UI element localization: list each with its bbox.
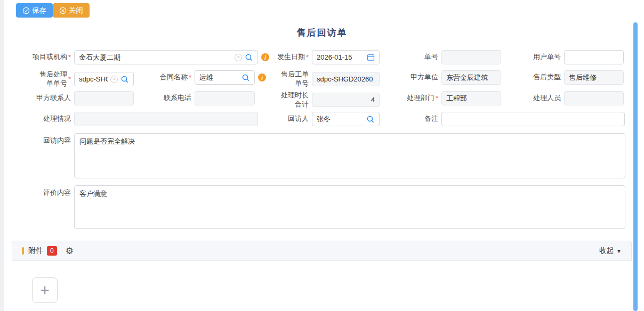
handle-no-input-box: ✕ [74,72,134,86]
work-order-no-input[interactable] [317,72,375,86]
chevron-down-icon: ▼ [616,248,622,254]
check-circle-icon [22,7,30,14]
clear-icon[interactable]: ✕ [235,54,242,61]
doc-no-label: 单号 [424,53,438,62]
field-handle-dept: 处理部门 * [395,91,501,105]
handle-status-input-box [74,112,258,126]
user-doc-no-label: 用户单号 [533,53,561,62]
close-circle-icon [59,7,67,14]
save-button[interactable]: 保存 [16,3,53,18]
search-icon[interactable] [366,115,375,124]
search-icon[interactable] [245,53,253,62]
required-mark: * [436,94,438,102]
collapse-toggle[interactable]: 收起 ▼ [599,246,622,256]
field-contract: 合同名称 * i [149,70,266,85]
duration-total-input[interactable] [317,93,375,107]
attachments-header: 附件 0 ⚙ 收起 ▼ [12,241,632,261]
close-button[interactable]: 关闭 [53,3,90,18]
contact-phone-input-box [195,91,255,105]
field-remark: 备注 [395,112,625,126]
field-occur-date: 发生日期 * [269,50,380,64]
party-a-contact-label: 甲方联系人 [36,94,71,103]
remark-input-box [441,112,625,126]
field-user-doc-no: 用户单号 [517,50,624,64]
handle-no-input[interactable] [79,72,108,86]
search-icon[interactable] [120,75,129,84]
visit-content-label: 回访内容 [43,136,71,145]
user-doc-no-input-box [564,50,624,64]
project-input[interactable] [79,51,232,64]
save-button-label: 保存 [32,6,46,15]
field-work-order-no: 售后工单 单号 [269,70,380,88]
required-mark: * [68,53,71,61]
duration-total-label: 处理时长 合计 [281,91,309,109]
page-title: 售后回访单 [0,27,644,39]
contract-input-box [195,70,255,85]
contract-input[interactable] [199,71,239,84]
field-handle-status: 处理情况 [16,112,258,126]
work-order-no-input-box [312,72,380,86]
duration-total-input-box [312,93,380,107]
field-project: 项目或机构 * ✕ i [16,50,269,64]
aftersales-type-input-box [564,70,624,85]
handle-status-input[interactable] [79,112,253,126]
occur-date-input[interactable] [317,51,364,64]
required-mark: * [189,73,191,81]
project-input-box: ✕ [74,50,258,64]
section-accent-bar [22,247,24,255]
vertical-scrollbar[interactable] [633,22,638,311]
contact-phone-input[interactable] [199,92,250,105]
attachments-count-badge: 0 [47,246,57,255]
calendar-icon[interactable] [367,53,375,61]
field-aftersales-type: 售后类型 [517,70,624,85]
info-icon[interactable]: i [258,73,266,81]
info-icon[interactable]: i [261,53,269,61]
handler-input-box [564,91,624,105]
page-left-gutter [0,0,4,311]
field-handler: 处理人员 [517,91,624,105]
remark-input[interactable] [446,112,620,126]
required-mark: * [306,53,309,61]
field-visitor: 回访人 [269,112,380,126]
collapse-label: 收起 [599,246,614,256]
handle-dept-input-box [441,91,501,105]
contract-label: 合同名称 [160,73,188,82]
handle-dept-label: 处理部门 [407,94,434,103]
handler-label: 处理人员 [533,94,561,103]
party-a-contact-input-box [74,91,134,105]
eval-content-textarea[interactable]: 客户满意 [74,185,625,229]
field-eval-content: 评价内容 客户满意 [16,185,625,229]
handler-input[interactable] [569,92,619,105]
field-party-a-contact: 甲方联系人 [16,91,134,105]
handle-dept-input[interactable] [446,92,496,105]
party-a-contact-input[interactable] [79,92,129,105]
search-icon[interactable] [241,73,250,82]
party-a-unit-input[interactable] [446,71,496,84]
eval-content-label: 评价内容 [43,189,71,198]
field-contact-phone: 联系电话 [149,91,255,105]
visitor-input[interactable] [317,112,364,126]
visit-content-textarea[interactable]: 问题是否完全解决 [74,133,625,178]
project-label: 项目或机构 [33,53,67,62]
aftersales-type-input[interactable] [569,71,619,84]
aftersales-visit-form-page: 保存 关闭 售后回访单 项目或机构 * ✕ i 发生日期 * [0,0,644,311]
handle-no-label: 售后处理 单单号 [39,70,67,88]
party-a-unit-label: 甲方单位 [410,73,438,82]
clear-icon[interactable]: ✕ [110,76,118,83]
occur-date-input-box [312,50,380,64]
user-doc-no-input[interactable] [569,51,619,64]
aftersales-type-label: 售后类型 [533,73,561,82]
add-attachment-button[interactable]: + [32,277,58,303]
doc-no-input[interactable] [446,51,496,64]
attachments-title: 附件 [28,246,43,256]
close-button-label: 关闭 [69,6,83,15]
party-a-unit-input-box [441,70,501,85]
field-party-a-unit: 甲方单位 [395,70,501,85]
doc-no-input-box [441,50,501,64]
field-doc-no: 单号 [395,50,501,64]
visitor-label: 回访人 [288,114,309,124]
field-duration-total: 处理时长 合计 [269,91,380,109]
plus-icon: + [40,282,50,298]
gear-icon[interactable]: ⚙ [66,245,74,256]
attachments-section: 附件 0 ⚙ 收起 ▼ [12,241,632,261]
